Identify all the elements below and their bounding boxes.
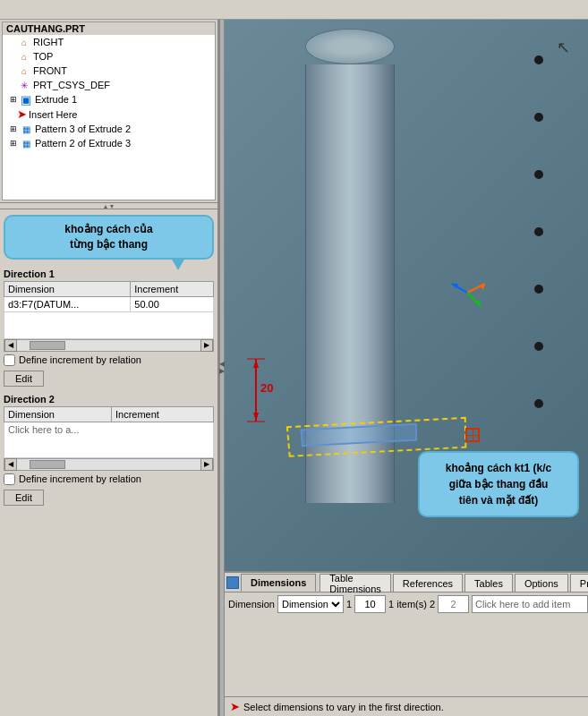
insert-arrow-icon: ➤ [17,107,27,121]
tab-dimensions-label: Dimensions [251,577,306,588]
horizontal-splitter[interactable] [0,202,217,209]
left-panel: CAUTHANG.PRT ⌂ RIGHT ⌂ TOP ⌂ FRONT ✳ PRT… [0,20,219,716]
tree-label-top: TOP [33,51,53,62]
bottom-tabs-bar: Dimensions Table Dimensions References T… [225,571,588,696]
define-increment-row1: Define increment by relation [4,354,214,366]
expand-icon[interactable]: ⊞ [10,95,17,104]
status-arrow-icon: ➤ [230,700,240,713]
top-bar [0,0,588,20]
direction2-section: Direction 2 Dimension Increment Click he… [4,394,214,507]
status-text: Select dimensions to vary in the first d… [243,702,444,712]
dim-row-empty [4,311,214,338]
tree-label-pattern2: Pattern 2 of Extrude 3 [35,138,131,149]
tab-dimensions-wrapper[interactable]: Dimensions [226,574,318,592]
scroll-left-arrow[interactable]: ◀ [4,339,17,352]
dir1-scrollbar[interactable]: ◀ ▶ [4,339,214,352]
edit-button2[interactable]: Edit [4,490,44,506]
tab-table-dimensions-label: Table Dimensions [329,573,380,594]
tab-properties-label: Properties [580,578,588,589]
dim-row1[interactable]: d3:F7(DATUM... 50.00 [4,296,214,311]
tab-options[interactable]: Options [515,574,568,592]
define-increment-label2: Define increment by relation [19,473,141,484]
dot-7 [534,399,543,408]
step-area [283,426,480,446]
edit-button1[interactable]: Edit [4,371,44,387]
tree-area[interactable]: CAUTHANG.PRT ⌂ RIGHT ⌂ TOP ⌂ FRONT ✳ PRT… [2,21,216,200]
axis-indicator [445,270,490,315]
scroll-left-arrow2[interactable]: ◀ [4,458,17,471]
cursor-icon: ↖ [557,38,570,57]
dot-5 [534,285,543,294]
dim-row1-inc: 50.00 [131,296,214,311]
tab-table-dimensions[interactable]: Table Dimensions [320,574,390,592]
tab-references-label: References [403,578,453,589]
tab-dimensions[interactable]: Dimensions [241,574,316,592]
define-increment-checkbox2[interactable] [4,473,15,485]
dot-1 [534,55,543,64]
plane-icon3: ⌂ [17,64,31,77]
tree-item-insert[interactable]: ➤ Insert Here [3,107,215,122]
expand-icon3[interactable]: ⊞ [10,139,17,148]
dot-3 [534,170,543,179]
tree-title: CAUTHANG.PRT [3,22,215,35]
scroll-right-arrow2[interactable]: ▶ [200,458,213,471]
dir2-click-cell[interactable]: Click here to a... [4,422,214,457]
inc-col-header2: Increment [111,406,213,422]
dot-4 [534,227,543,236]
tab-options-label: Options [524,578,558,589]
direction1-table: Dimension Increment d3:F7(DATUM... 50.00 [4,281,214,339]
dir2-scrollbar[interactable]: ◀ ▶ [4,458,214,471]
callout-spacing: khoảng cách củatừng bậc thang [4,215,214,260]
scrollbar-thumb2[interactable] [30,460,65,469]
dim-20-area: 20 [243,354,278,428]
tree-label-extrude1: Extrude 1 [35,94,77,105]
tree-item-extrude1[interactable]: ⊞ ▣ Extrude 1 [3,92,215,107]
tree-label-csys: PRT_CSYS_DEF [33,80,110,90]
expand-icon2[interactable]: ⊞ [10,124,17,133]
plane-icon2: ⌂ [17,50,31,63]
svg-marker-8 [253,413,259,422]
items-label: 1 item(s) [388,599,427,609]
inc-col-header: Increment [131,281,214,296]
dot-2 [534,113,543,122]
input1-label: 1 [346,599,352,609]
tree-label-front: FRONT [33,65,67,76]
viewport-3d[interactable]: 20 khoảng cách kt1 (k/cgiữa bậc thang đầ… [225,20,588,571]
label2: 2 [430,599,435,609]
tree-item-right[interactable]: ⌂ RIGHT [3,35,215,49]
csys-icon: ✳ [17,79,31,91]
svg-marker-7 [253,359,259,368]
dimensions-tab-icon [226,576,239,589]
tree-item-pattern2[interactable]: ⊞ ▦ Pattern 2 of Extrude 3 [3,136,215,150]
pattern-icon: ▦ [19,123,33,135]
input3[interactable] [438,595,469,613]
tab-references[interactable]: References [393,574,463,592]
define-increment-checkbox1[interactable] [4,354,15,366]
dir2-click-row[interactable]: Click here to a... [4,422,214,457]
target-mark [465,428,480,442]
scroll-right-arrow[interactable]: ▶ [200,339,213,352]
count-input[interactable] [354,595,386,613]
extrude-icon: ▣ [19,93,33,106]
scrollbar-thumb[interactable] [30,341,65,350]
dots-container [534,55,543,514]
tab-tables-label: Tables [474,578,503,589]
dim-col-header2: Dimension [4,406,112,422]
plane-icon: ⌂ [17,36,31,48]
tab-properties[interactable]: Properties [570,574,588,592]
dim-col-header: Dimension [4,281,131,296]
right-area: 20 khoảng cách kt1 (k/cgiữa bậc thang đầ… [225,20,588,716]
viewport-callout-text: khoảng cách kt1 (k/cgiữa bậc thang đầuti… [446,462,551,507]
tree-item-csys[interactable]: ✳ PRT_CSYS_DEF [3,78,215,92]
tree-item-pattern3[interactable]: ⊞ ▦ Pattern 3 of Extrude 2 [3,122,215,136]
tree-item-top[interactable]: ⌂ TOP [3,49,215,64]
pattern-icon2: ▦ [19,137,33,149]
status-bar: ➤ Select dimensions to vary in the first… [225,696,588,716]
tree-item-front[interactable]: ⌂ FRONT [3,64,215,78]
dot-6 [534,342,543,351]
main-layout: CAUTHANG.PRT ⌂ RIGHT ⌂ TOP ⌂ FRONT ✳ PRT… [0,20,588,716]
dimension-select[interactable]: Dimension [277,595,344,613]
tab-tables[interactable]: Tables [464,574,513,592]
click-add-input[interactable] [472,595,588,613]
dim-row1-dim: d3:F7(DATUM... [4,296,131,311]
